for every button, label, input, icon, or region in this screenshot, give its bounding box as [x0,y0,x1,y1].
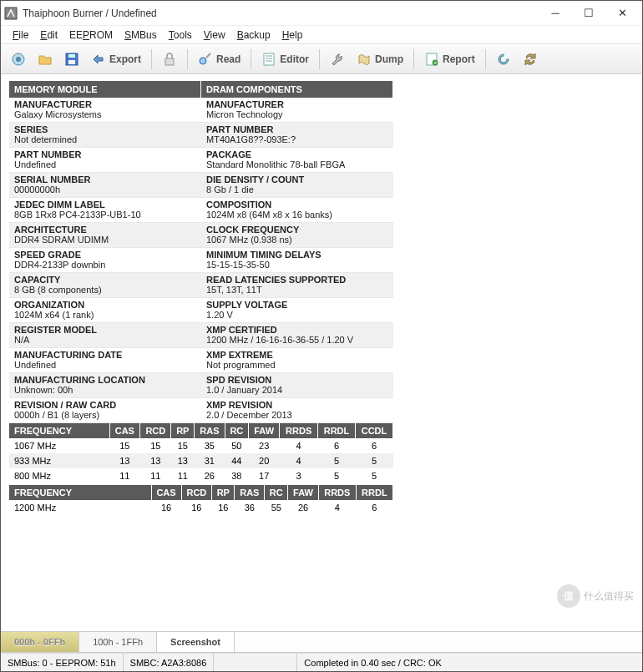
lock-icon[interactable] [157,48,182,70]
spec-label: SPEED GRADE [14,250,196,260]
menu-file[interactable]: File [8,28,33,43]
timing-cell: 38 [225,468,248,483]
timing-header: CAS [109,423,140,438]
open-icon[interactable] [33,48,58,70]
timing-cell: 5 [355,453,392,468]
spec-row: PACKAGEStandard Monolithic 78-ball FBGA [201,148,393,173]
spec-row: MANUFACTURING DATEUndefined [9,348,201,373]
spec-label: MANUFACTURING LOCATION [14,375,196,385]
timing-cell: 1067 MHz [9,438,109,453]
spec-value: 15-15-15-35-50 [206,260,388,270]
spec-row: PART NUMBERMT40A1G8??-093E:? [201,123,393,148]
timing-row: 1200 MHz16161636552646 [9,500,393,515]
timing-cell: 17 [249,468,280,483]
spec-row: SPEED GRADEDDR4-2133P downbin [9,248,201,273]
spec-row: MINIMUM TIMING DELAYS15-15-15-35-50 [201,248,393,273]
spec-value: Standard Monolithic 78-ball FBGA [206,159,388,169]
timing-header: FREQUENCY [9,423,109,438]
spec-row: MANUFACTURING LOCATIONUnknown: 00h [9,373,201,398]
wrench-icon[interactable] [325,48,350,70]
timing-cell: 6 [356,500,392,515]
spec-value: Not determined [14,134,196,144]
spec-label: XMP CERTIFIED [206,325,388,335]
timing-cell: 16 [181,500,212,515]
menu-view[interactable]: View [199,28,230,43]
spec-value: DDR4-2133P downbin [14,260,196,270]
minimize-button[interactable]: ─ [539,2,572,25]
dump-button[interactable]: Dump [352,48,408,70]
new-icon[interactable] [6,48,31,70]
timing-cell: 5 [317,468,355,483]
tab-screenshot[interactable]: Screenshot [157,632,235,652]
report-button[interactable]: Report [419,48,480,70]
spec-value: 0000h / B1 (8 layers) [14,410,196,420]
timing-cell: 11 [140,468,171,483]
timing-cell: 13 [140,453,171,468]
spec-row: MANUFACTURERMicron Technology [201,98,393,123]
separator [151,49,152,69]
timing-cell: 13 [109,453,140,468]
spec-row: JEDEC DIMM LABEL8GB 1Rx8 PC4-2133P-UB1-1… [9,198,201,223]
spec-label: READ LATENCIES SUPPORTED [206,275,388,285]
close-button[interactable]: ✕ [605,2,639,25]
spec-label: ORGANIZATION [14,300,196,310]
refresh-right-icon[interactable] [518,48,543,70]
menu-backup[interactable]: Backup [232,28,276,43]
svg-rect-4 [68,60,75,64]
memory-module-column: MEMORY MODULE MANUFACTURERGalaxy Microsy… [9,81,201,423]
timing-cell: 4 [318,500,356,515]
maximize-button[interactable]: ☐ [572,2,605,25]
dram-components-column: DRAM COMPONENTS MANUFACTURERMicron Techn… [201,81,393,423]
timing-cell: 6 [317,438,355,453]
spec-value: Unknown: 00h [14,385,196,395]
spec-row: PART NUMBERUndefined [9,148,201,173]
spec-value: MT40A1G8??-093E:? [206,134,388,144]
menu-tools[interactable]: Tools [164,28,197,43]
spec-value: Undefined [14,360,196,370]
timing-cell: 16 [212,500,235,515]
export-button[interactable]: Export [86,48,146,70]
save-icon[interactable] [59,48,84,70]
spec-value: 1200 MHz / 16-16-16-36-55 / 1.20 V [206,335,388,345]
status-smbc: SMBC: A2A3:8086 [124,654,215,671]
timing-header: RCD [181,485,212,500]
spec-label: REVISION / RAW CARD [14,400,196,410]
timing-cell: 11 [171,468,195,483]
timing-header: RC [225,423,248,438]
svg-point-2 [16,57,21,62]
spec-value: 1024M x64 (1 rank) [14,310,196,320]
spec-label: SPD REVISION [206,375,388,385]
spec-value: Micron Technology [206,109,388,119]
read-button[interactable]: Read [193,48,246,70]
timing-header: RRDS [280,423,318,438]
timing-cell: 4 [280,453,318,468]
editor-button[interactable]: Editor [256,48,314,70]
spec-row: SERIAL NUMBER00000000h [9,173,201,198]
spec-row: XMP EXTREMENot programmed [201,348,393,373]
menu-help[interactable]: Help [277,28,308,43]
svg-point-7 [200,58,206,64]
spec-label: MANUFACTURING DATE [14,350,196,360]
tab-100h-1ffh[interactable]: 100h - 1FFh [79,632,157,652]
spec-value: 2.0 / December 2013 [206,410,388,420]
timing-header: RAS [235,485,265,500]
spec-value: 8 GB (8 components) [14,285,196,295]
svg-rect-8 [264,53,274,65]
spec-label: CLOCK FREQUENCY [206,225,388,235]
titlebar: Thaiphoon Burner / Undefined ─ ☐ ✕ [1,1,642,26]
refresh-left-icon[interactable] [491,48,516,70]
spec-label: XMP EXTREME [206,350,388,360]
tab-000h-0ffh[interactable]: 000h - 0FFh [1,632,79,652]
timing-cell: 13 [171,453,195,468]
menu-smbus[interactable]: SMBus [119,28,162,43]
spec-value: N/A [14,335,196,345]
spec-label: MANUFACTURER [14,99,196,109]
timing-cell: 4 [280,438,318,453]
menu-edit[interactable]: Edit [35,28,63,43]
spec-value: 00000000h [14,184,196,195]
menu-eeprom[interactable]: EEPROM [64,28,118,43]
spec-label: PART NUMBER [14,149,196,159]
spec-row: MANUFACTURERGalaxy Microsystems [9,98,201,123]
timing-cell: 20 [249,453,280,468]
svg-rect-5 [68,54,75,58]
